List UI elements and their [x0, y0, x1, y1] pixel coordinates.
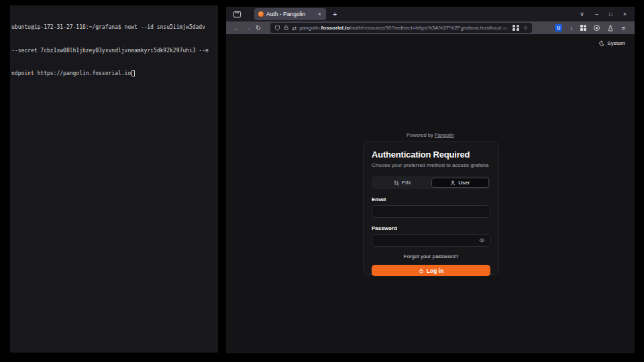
url-bar[interactable]: ⇄ pangolin.fossorial.io/auth/resource/90… — [270, 23, 532, 33]
list-tabs-icon[interactable]: ∨ — [580, 11, 584, 17]
browser-window: Auth - Pangolin × + ∨ – □ × ← → ↻ — [226, 7, 635, 353]
terminal-line: --secret 7cbz1xw08lh1jbzey03yxvndljvneam… — [11, 47, 217, 55]
binary-pin-icon — [394, 180, 399, 186]
firefox-view-icon[interactable] — [233, 10, 241, 19]
tab-pin[interactable]: PIN — [373, 178, 431, 188]
bookmark-star-icon[interactable]: ☆ — [523, 25, 528, 31]
forgot-password-link[interactable]: Forgot your password? — [372, 253, 490, 259]
screen: ubuntu@ip-172-31-27-116:~/grafana$ newt … — [0, 0, 644, 362]
pangolin-favicon — [258, 11, 264, 17]
downloads-icon[interactable]: ↓ — [570, 24, 573, 32]
flask-icon[interactable] — [607, 25, 614, 32]
terminal-line: ndpoint https://pangolin.fossorial.io — [11, 70, 217, 78]
email-field[interactable] — [372, 205, 490, 218]
reload-button[interactable]: ↻ — [253, 24, 264, 32]
card-subtitle: Choose your preferred method to access g… — [372, 162, 490, 168]
back-button[interactable]: ← — [231, 24, 242, 32]
pangolin-link[interactable]: Pangolin — [435, 132, 454, 138]
login-button[interactable]: Log in — [372, 265, 490, 276]
eye-toggle-icon[interactable] — [479, 237, 485, 243]
window-minimize-button[interactable]: – — [595, 11, 598, 17]
user-icon — [450, 180, 455, 186]
blue-extension-icon[interactable]: U — [555, 24, 562, 32]
tab-close-icon[interactable]: × — [317, 11, 322, 17]
menu-hamburger-icon[interactable]: ≡ — [621, 24, 625, 32]
theme-toggle[interactable]: System — [598, 40, 625, 46]
card-title: Authentication Required — [372, 149, 490, 160]
window-maximize-button[interactable]: □ — [609, 11, 612, 17]
terminal-cursor — [131, 70, 135, 76]
powered-by: Powered by Pangolin — [226, 132, 635, 138]
terminal-line: ubuntu@ip-172-31-27-116:~/grafana$ newt … — [11, 23, 217, 32]
tracking-shield-icon[interactable] — [274, 25, 280, 31]
browser-toolbar: ← → ↻ ⇄ pangolin.fossorial.io/auth/resou… — [226, 21, 635, 34]
permissions-icon[interactable]: ⇄ — [292, 25, 297, 32]
auth-method-tabs: PIN User — [372, 176, 490, 189]
theme-label: System — [607, 40, 625, 46]
browser-tab-active[interactable]: Auth - Pangolin × — [254, 8, 326, 20]
auth-card: Authentication Required Choose your pref… — [363, 141, 499, 275]
new-tab-button[interactable]: + — [333, 10, 337, 18]
browser-tab-bar: Auth - Pangolin × + ∨ – □ × — [226, 7, 635, 21]
reader-containers-icon[interactable] — [513, 25, 519, 32]
tab-title: Auth - Pangolin — [266, 11, 315, 17]
password-field[interactable] — [372, 234, 490, 247]
url-text[interactable]: pangolin.fossorial.io/auth/resource/90?r… — [299, 25, 510, 31]
page-content: System Powered by Pangolin Authenticatio… — [226, 34, 635, 353]
login-lock-icon — [419, 268, 424, 274]
forward-button[interactable]: → — [242, 24, 253, 32]
email-label: Email — [372, 196, 490, 202]
password-label: Password — [372, 225, 490, 231]
sun-moon-icon — [598, 40, 604, 46]
lock-icon[interactable] — [283, 25, 289, 31]
account-circle-icon[interactable] — [594, 25, 600, 31]
terminal-window[interactable]: ubuntu@ip-172-31-27-116:~/grafana$ newt … — [10, 5, 218, 353]
tab-user[interactable]: User — [431, 178, 490, 188]
window-close-button[interactable]: × — [623, 11, 627, 17]
extensions-icon[interactable] — [580, 25, 587, 32]
